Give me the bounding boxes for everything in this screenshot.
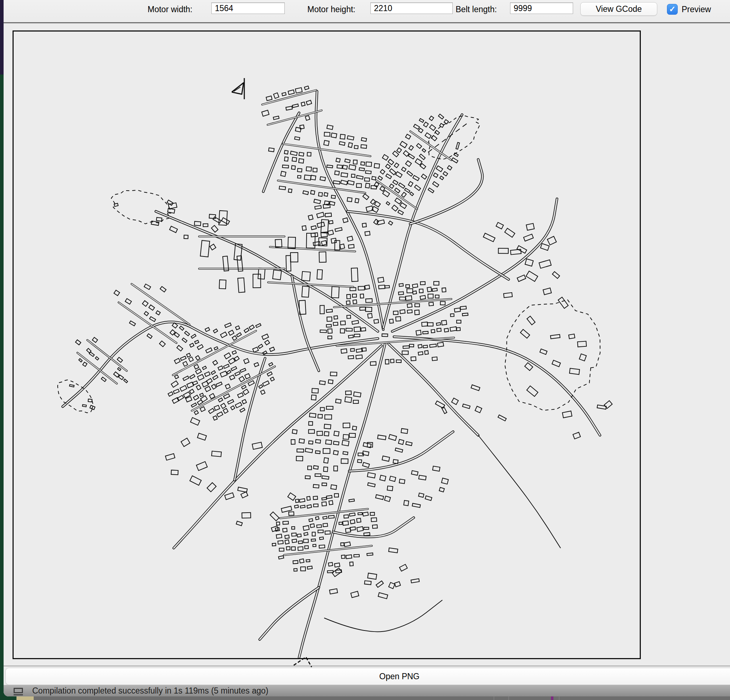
background-window-band: [34, 696, 730, 700]
console-panel-icon[interactable]: [14, 688, 23, 696]
plot-preview-canvas: [13, 31, 641, 672]
background-window-line: [493, 696, 494, 700]
belt-length-label: Belt length:: [456, 5, 497, 14]
motor-height-label: Motor height:: [307, 5, 355, 14]
console-panel-icon-box: [14, 688, 23, 693]
preview-checkbox-label: Preview: [682, 5, 711, 14]
open-png-button[interactable]: Open PNG: [5, 668, 730, 685]
motor-height-input[interactable]: [370, 3, 453, 14]
view-gcode-button[interactable]: View GCode: [580, 2, 657, 16]
motor-width-input[interactable]: [211, 3, 285, 14]
belt-length-input[interactable]: [510, 3, 573, 14]
checkmark-icon: ✓: [669, 5, 676, 14]
app-window: Motor width: Motor height: Belt length: …: [4, 0, 730, 696]
status-bar: Compilation completed successfully in 1s…: [4, 685, 730, 696]
background-window-line: [508, 696, 509, 700]
toolbar: Motor width: Motor height: Belt length: …: [4, 0, 730, 23]
console-panel-icon-line: [14, 694, 23, 695]
background-window-line: [559, 696, 559, 700]
preview-checkbox[interactable]: ✓: [667, 4, 678, 15]
background-window-accent: [551, 696, 553, 700]
desktop-object: [16, 696, 34, 700]
motor-width-label: Motor width:: [147, 5, 192, 14]
status-message: Compilation completed successfully in 1s…: [32, 686, 268, 696]
